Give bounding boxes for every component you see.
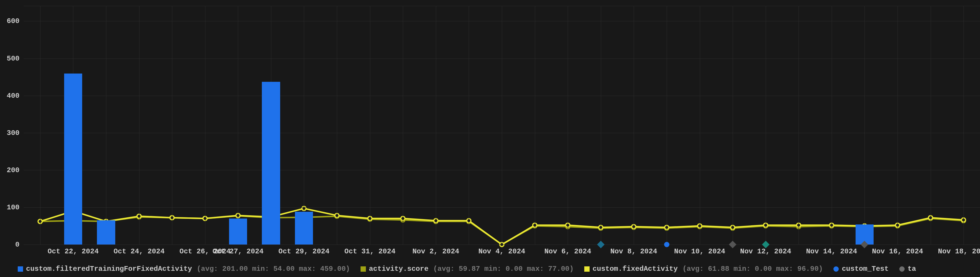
legend-label: custom_Test [842, 265, 888, 273]
bar[interactable] [262, 82, 280, 245]
legend-item-filtered-training[interactable]: custom.filteredTrainingForFixedActivity … [18, 265, 350, 273]
point-marker[interactable] [664, 242, 670, 247]
bar[interactable] [97, 220, 115, 245]
legend-item-fixed-activity[interactable]: custom.fixedActivity (avg: 61.88 min: 0.… [584, 265, 823, 273]
legend-stats: (avg: 61.88 min: 0.00 max: 96.90) [682, 265, 823, 273]
x-tick-label: Nov 16, 2024 [872, 245, 923, 255]
y-tick-label: 500 [7, 54, 24, 62]
legend-swatch [584, 266, 590, 272]
legend-label: custom.fixedActivity [593, 265, 678, 273]
x-tick-label: Nov 14, 2024 [806, 245, 857, 255]
x-tick-label: Nov 18, 2024 [938, 245, 980, 255]
x-tick-label: Oct 29, 2024 [278, 245, 329, 255]
y-tick-label: 0 [15, 241, 24, 249]
legend-stats: (avg: 59.87 min: 0.00 max: 77.00) [433, 265, 574, 273]
chart-panel: 0100200300400500600Oct 22, 2024Oct 24, 2… [0, 0, 980, 277]
x-tick-label: Nov 2, 2024 [412, 245, 459, 255]
legend-label: activity.score [369, 265, 428, 273]
legend-label: custom.filteredTrainingForFixedActivity [26, 265, 192, 273]
y-tick-label: 400 [7, 92, 24, 100]
y-tick-label: 600 [7, 17, 24, 25]
legend-item-custom-test[interactable]: custom_Test [834, 265, 888, 273]
plot-area[interactable]: 0100200300400500600Oct 22, 2024Oct 24, 2… [24, 6, 980, 245]
x-tick-label: Nov 6, 2024 [544, 245, 591, 255]
x-tick-label: Nov 4, 2024 [479, 245, 525, 255]
y-tick-label: 100 [7, 203, 24, 211]
legend-swatch [18, 266, 23, 272]
legend-swatch [899, 266, 905, 272]
x-tick-label: Nov 8, 2024 [610, 245, 657, 255]
y-tick-label: 200 [7, 166, 24, 174]
x-tick-label: Oct 31, 2024 [344, 245, 395, 255]
bar[interactable] [64, 74, 82, 245]
bar[interactable] [229, 218, 247, 245]
x-tick-label: Oct 24, 2024 [113, 245, 165, 255]
legend-stats: (avg: 201.00 min: 54.00 max: 459.00) [197, 265, 350, 273]
x-tick-label: Oct 27, 2024 [213, 245, 264, 255]
x-tick-label: Oct 22, 2024 [48, 245, 99, 255]
legend-swatch [834, 266, 839, 272]
legend-label: ta [908, 265, 916, 273]
legend-item-tags[interactable]: ta [899, 265, 916, 273]
legend-item-activity-score[interactable]: activity.score (avg: 59.87 min: 0.00 max… [361, 265, 574, 273]
legend: custom.filteredTrainingForFixedActivity … [18, 265, 980, 273]
bar[interactable] [295, 212, 313, 245]
x-tick-label: Nov 10, 2024 [674, 245, 725, 255]
legend-swatch [361, 266, 366, 272]
y-tick-label: 300 [7, 129, 24, 137]
